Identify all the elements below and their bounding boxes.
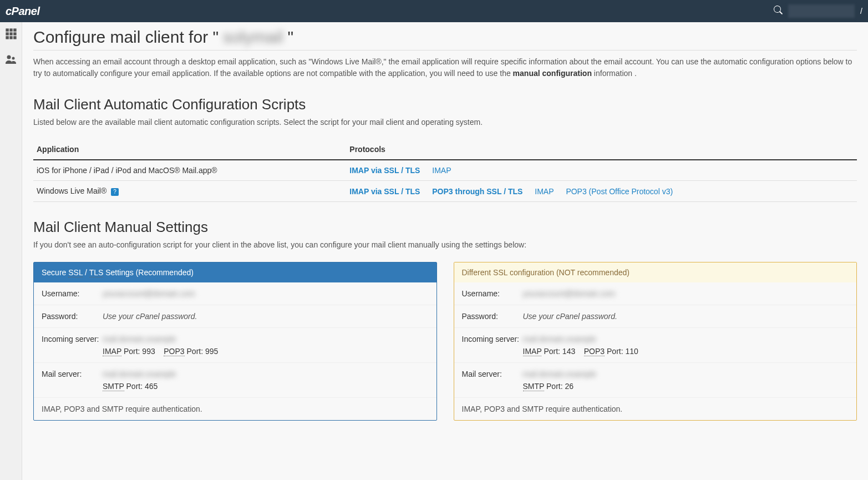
app-label: Windows Live Mail® [37,186,106,195]
value-username: youraccount@domain.com [103,289,429,298]
value-username: youraccount@domain.com [523,289,849,298]
pop3-abbr: POP3 [164,347,184,356]
label-mailserver: Mail server: [42,370,103,378]
secure-panel-header: Secure SSL / TLS Settings (Recommended) [34,262,436,282]
svg-rect-2 [13,28,17,32]
port-label: Port: [607,347,623,356]
manual-desc: If you don't see an auto-configuration s… [33,239,857,251]
port-label: Port: [124,347,140,356]
scripts-heading: Mail Client Automatic Configuration Scri… [33,96,857,113]
smtp-port: 26 [565,382,574,391]
mail-server-value: mail.domain.example [523,370,596,378]
username-row: Username: youraccount@domain.com [34,282,436,305]
label-username: Username: [462,289,523,298]
logo: cPanel [6,5,39,18]
label-incoming: Incoming server: [42,335,103,343]
label-password: Password: [42,312,103,321]
pop3-port: 110 [625,347,638,356]
imap-abbr: IMAP [103,347,121,356]
pop3-abbr: POP3 [584,347,605,356]
auth-note: IMAP, POP3 and SMTP require authenticati… [454,398,857,420]
value-incoming: mail.domain.example IMAP Port: 143 POP3 … [523,335,849,356]
svg-rect-8 [13,36,17,39]
settings-panels: Secure SSL / TLS Settings (Recommended) … [33,262,857,421]
top-bar: cPanel / [0,0,868,22]
svg-rect-0 [6,28,9,32]
app-cell: iOS for iPhone / iPad / iPod and MacOS® … [33,160,346,181]
nonsecure-panel-header: Different SSL configuration (NOT recomme… [454,262,857,282]
protocol-link[interactable]: IMAP [432,166,451,175]
protocol-link[interactable]: POP3 through SSL / TLS [432,187,522,196]
svg-point-10 [12,57,14,60]
manual-heading: Mail Client Manual Settings [33,219,857,236]
protocol-cell: IMAP via SSL / TLS IMAP [346,160,857,181]
main-content: Configure mail client for "solymail" Whe… [22,22,868,480]
password-row: Password: Use your cPanel password. [454,305,857,328]
topbar-right: / [774,4,862,18]
protocol-link[interactable]: IMAP [535,187,554,196]
users-icon[interactable] [4,53,18,68]
intro-part1: When accessing an email account through … [33,57,852,78]
port-label: Port: [126,382,143,391]
username-value: youraccount@domain.com [523,289,616,298]
col-application: Application [33,139,346,160]
imap-abbr: IMAP [523,347,542,356]
col-protocols: Protocols [346,139,857,160]
intro-text: When accessing an email account through … [33,56,857,79]
incoming-server-value: mail.domain.example [523,335,596,343]
protocol-link[interactable]: IMAP via SSL / TLS [349,166,420,175]
label-incoming: Incoming server: [462,335,523,343]
value-password: Use your cPanel password. [103,312,429,321]
secure-title-prefix: Secure [42,268,68,277]
protocol-link[interactable]: POP3 (Post Office Protocol v3) [566,187,673,196]
tls-abbr: TLS [89,268,104,277]
value-mailserver: mail.domain.example SMTP Port: 26 [523,370,849,391]
value-mailserver: mail.domain.example SMTP Port: 465 [103,370,429,391]
slash: / [83,268,89,277]
port-label: Port: [187,347,204,356]
search-input[interactable] [788,4,855,18]
smtp-port: 465 [145,382,158,391]
incoming-server-value: mail.domain.example [103,335,176,343]
svg-rect-1 [9,28,13,32]
user-slash: / [860,7,862,16]
protocol-link[interactable]: IMAP via SSL / TLS [349,187,420,196]
imap-port: 143 [562,347,575,356]
imap-port: 993 [142,347,155,356]
table-row: Windows Live Mail® ? IMAP via SSL / TLS … [33,181,857,202]
title-suffix: " [287,28,293,47]
incoming-row: Incoming server: mail.domain.example IMA… [454,328,857,363]
port-label: Port: [546,382,563,391]
search-icon[interactable] [774,6,783,17]
label-password: Password: [462,312,523,321]
svg-rect-4 [9,32,13,36]
protocol-cell: IMAP via SSL / TLS POP3 through SSL / TL… [346,181,857,202]
pop3-port: 995 [205,347,218,356]
smtp-abbr: SMTP [523,382,545,391]
value-incoming: mail.domain.example IMAP Port: 993 POP3 … [103,335,429,356]
nonsecure-panel: Different SSL configuration (NOT recomme… [454,262,857,421]
help-icon[interactable]: ? [111,188,119,196]
intro-part2: information . [592,69,637,78]
app-cell: Windows Live Mail® ? [33,181,346,202]
incoming-row: Incoming server: mail.domain.example IMA… [34,328,436,363]
auth-note: IMAP, POP3 and SMTP require authenticati… [34,398,436,420]
mailserver-row: Mail server: mail.domain.example SMTP Po… [454,363,857,398]
username-value: youraccount@domain.com [103,289,195,298]
apps-icon[interactable] [5,28,17,42]
sidebar [0,22,22,480]
password-hint: Use your cPanel password. [523,312,617,321]
svg-rect-6 [6,36,9,39]
page-title: Configure mail client for "solymail" [33,28,857,47]
smtp-abbr: SMTP [103,382,124,391]
port-label: Port: [544,347,560,356]
svg-rect-3 [6,32,9,36]
secure-panel: Secure SSL / TLS Settings (Recommended) … [33,262,437,421]
scripts-desc: Listed below are the available mail clie… [33,117,857,128]
password-row: Password: Use your cPanel password. [34,305,436,328]
value-password: Use your cPanel password. [523,312,849,321]
mail-server-value: mail.domain.example [103,370,176,378]
scripts-table: Application Protocols iOS for iPhone / i… [33,139,857,202]
title-prefix: Configure mail client for " [33,28,219,47]
table-row: iOS for iPhone / iPad / iPod and MacOS® … [33,160,857,181]
